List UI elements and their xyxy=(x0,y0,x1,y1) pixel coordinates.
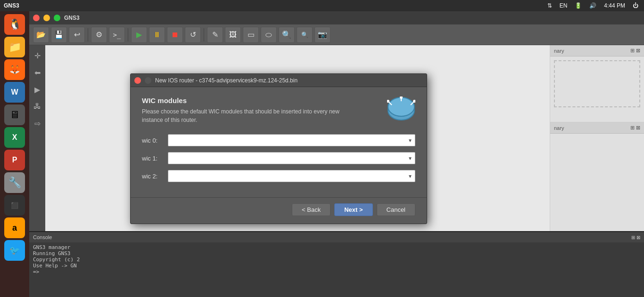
toolbar-save[interactable]: 💾 xyxy=(51,27,67,43)
application-dock: 🐧 📁 🦊 W 🖥 X P 🔧 ⬛ a 🐦 xyxy=(0,11,29,297)
console-controls: ⊞ ⊠ xyxy=(631,235,640,240)
console-title: Console xyxy=(33,234,52,240)
console-line-2: Running GNS3 xyxy=(33,250,640,257)
gns3-nav-panel: ✛ ⬅ ▶ 🖧 ⇨ xyxy=(29,45,45,231)
system-tray: ⇅ EN 🔋 🔊 4:44 PM ⏻ xyxy=(545,2,640,9)
nav-forward[interactable]: ⇨ xyxy=(31,117,44,130)
dialog-overlay: New IOS router - c3745-advipservicesk9-m… xyxy=(45,45,550,231)
toolbar-terminal[interactable]: >_ xyxy=(109,27,125,43)
right-panel-middle-title: nary xyxy=(554,125,564,131)
dialog-title: New IOS router - c3745-advipservicesk9-m… xyxy=(155,77,423,84)
toolbar-snapshot[interactable]: ↩ xyxy=(69,27,85,43)
gns3-right-panel: nary ⊞ ⊠ nary ⊞ ⊠ xyxy=(550,45,644,231)
dialog-icon-button[interactable] xyxy=(145,77,151,84)
top-bar: GNS3 ⇅ EN 🔋 🔊 4:44 PM ⏻ xyxy=(0,0,644,11)
wic1-select[interactable]: WIC-1T WIC-2T WIC-1ENET xyxy=(168,152,415,164)
dialog-body: WIC modules Please choose the default WI… xyxy=(131,87,427,197)
toolbar-rect[interactable]: ▭ xyxy=(243,27,259,43)
dock-bird[interactable]: 🐦 xyxy=(4,240,25,261)
wic0-select-wrapper: WIC-1T WIC-2T WIC-1ENET xyxy=(168,134,415,146)
dialog-titlebar: New IOS router - c3745-advipservicesk9-m… xyxy=(131,74,427,87)
canvas-area: New IOS router - c3745-advipservicesk9-m… xyxy=(45,45,550,231)
right-panel-controls: ⊞ ⊠ xyxy=(630,48,640,54)
wic2-label: wic 2: xyxy=(142,173,168,180)
toolbar-stop[interactable]: ⏹ xyxy=(167,27,183,43)
wic1-select-wrapper: WIC-1T WIC-2T WIC-1ENET xyxy=(168,152,415,164)
tray-arrows: ⇅ xyxy=(545,2,554,9)
gns3-bottom-panel: Console ⊞ ⊠ GNS3 manager Running GNS3 Co… xyxy=(29,231,644,297)
toolbar-screenshot[interactable]: 📷 xyxy=(314,27,330,43)
toolbar-start[interactable]: ▶ xyxy=(131,27,147,43)
window-maximize-button[interactable] xyxy=(54,15,60,21)
dock-impress[interactable]: P xyxy=(4,150,25,170)
nav-play[interactable]: ▶ xyxy=(31,83,44,96)
gns3-content-area: ✛ ⬅ ▶ 🖧 ⇨ New IOS router - c3745-advipse… xyxy=(29,45,644,231)
wic2-select[interactable]: WIC-1T WIC-2T WIC-1ENET xyxy=(168,170,415,182)
toolbar-open[interactable]: 📂 xyxy=(33,27,49,43)
toolbar-pause[interactable]: ⏸ xyxy=(149,27,165,43)
dock-writer[interactable]: W xyxy=(4,82,25,103)
dialog-close-button[interactable] xyxy=(134,77,141,84)
dock-monitor[interactable]: 🖥 xyxy=(4,104,25,125)
volume-icon: 🔊 xyxy=(587,2,598,9)
right-panel-title: nary xyxy=(554,48,564,54)
wic2-row: wic 2: WIC-1T WIC-2T WIC-1ENET xyxy=(142,170,415,182)
console-line-4: Use Help -> GN xyxy=(33,263,640,269)
wic-modules-dialog: New IOS router - c3745-advipservicesk9-m… xyxy=(130,73,427,224)
gns3-window-title: GNS3 xyxy=(64,15,80,21)
right-panel-dashed xyxy=(554,60,640,107)
dock-firefox[interactable]: 🦊 xyxy=(4,59,25,80)
dialog-section-title: WIC modules xyxy=(142,96,349,104)
power-icon: ⏻ xyxy=(631,2,640,9)
right-panel-middle-controls: ⊞ ⊠ xyxy=(630,125,640,131)
console-content: GNS3 manager Running GNS3 Copyright (c) … xyxy=(29,242,644,297)
keyboard-layout: EN xyxy=(558,2,570,9)
dock-calc[interactable]: X xyxy=(4,127,25,148)
console-line-3: Copyright (c) 2 xyxy=(33,257,640,263)
wic0-select[interactable]: WIC-1T WIC-2T WIC-1ENET xyxy=(168,134,415,146)
dialog-header-row: WIC modules Please choose the default WI… xyxy=(142,96,415,125)
console-line-5: => xyxy=(33,269,640,275)
right-panel-middle-header: nary ⊞ ⊠ xyxy=(550,122,644,134)
dock-ubuntu[interactable]: 🐧 xyxy=(4,14,25,35)
console-header: Console ⊞ ⊠ xyxy=(29,232,644,242)
dock-tools[interactable]: 🔧 xyxy=(4,172,25,193)
toolbar-zoom-out[interactable]: 🔍 xyxy=(297,27,313,43)
toolbar-sep1 xyxy=(88,28,88,41)
gns3-toolbar: 📂 💾 ↩ ⚙ >_ ▶ ⏸ ⏹ ↺ ✎ 🖼 ▭ ⬭ 🔍 🔍 📷 xyxy=(29,24,644,45)
router-icon xyxy=(387,96,415,125)
nav-move[interactable]: ✛ xyxy=(31,49,44,62)
wic1-row: wic 1: WIC-1T WIC-2T WIC-1ENET xyxy=(142,152,415,164)
dock-terminal[interactable]: ⬛ xyxy=(4,195,25,216)
dialog-header-text: WIC modules Please choose the default WI… xyxy=(142,96,349,124)
wic0-row: wic 0: WIC-1T WIC-2T WIC-1ENET xyxy=(142,134,415,146)
window-minimize-button[interactable] xyxy=(43,15,50,21)
cancel-button[interactable]: Cancel xyxy=(377,203,415,216)
clock: 4:44 PM xyxy=(602,2,627,9)
desktop: GNS3 ⇅ EN 🔋 🔊 4:44 PM ⏻ 🐧 📁 🦊 W 🖥 X P 🔧 … xyxy=(0,0,644,297)
gns3-window: GNS3 📂 💾 ↩ ⚙ >_ ▶ ⏸ ⏹ ↺ ✎ 🖼 ▭ ⬭ 🔍 🔍 📷 xyxy=(29,11,644,297)
right-panel-top xyxy=(550,56,644,122)
dock-files[interactable]: 📁 xyxy=(4,37,25,57)
toolbar-sep2 xyxy=(128,28,128,41)
dialog-section-desc: Please choose the default WIC modules th… xyxy=(142,107,349,124)
toolbar-reload[interactable]: ↺ xyxy=(185,27,201,43)
toolbar-sep3 xyxy=(204,28,204,41)
gns3-titlebar: GNS3 xyxy=(29,11,644,24)
toolbar-preferences[interactable]: ⚙ xyxy=(91,27,107,43)
dock-amazon[interactable]: a xyxy=(4,217,25,238)
toolbar-picture[interactable]: 🖼 xyxy=(225,27,241,43)
wic0-label: wic 0: xyxy=(142,137,168,144)
wic1-label: wic 1: xyxy=(142,155,168,162)
nav-back[interactable]: ⬅ xyxy=(31,66,44,79)
toolbar-zoom-in[interactable]: 🔍 xyxy=(279,27,295,43)
battery-icon: 🔋 xyxy=(573,2,584,9)
next-button[interactable]: Next > xyxy=(334,203,372,216)
back-button[interactable]: < Back xyxy=(292,203,330,216)
toolbar-ellipse[interactable]: ⬭ xyxy=(261,27,277,43)
right-panel-header: nary ⊞ ⊠ xyxy=(550,45,644,56)
window-close-button[interactable] xyxy=(33,15,40,21)
toolbar-edit[interactable]: ✎ xyxy=(207,27,223,43)
nav-network[interactable]: 🖧 xyxy=(31,100,44,113)
wic2-select-wrapper: WIC-1T WIC-2T WIC-1ENET xyxy=(168,170,415,182)
